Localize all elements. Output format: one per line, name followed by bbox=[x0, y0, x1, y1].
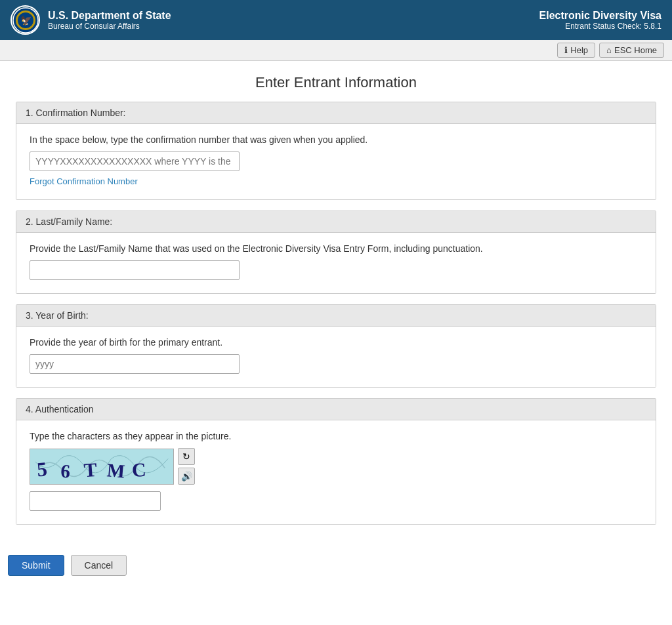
site-header: 🦅 U.S. Department of State Bureau of Con… bbox=[0, 0, 672, 40]
svg-text:5: 5 bbox=[36, 458, 48, 481]
year-of-birth-input[interactable] bbox=[30, 354, 240, 374]
captcha-image: 5 6 T M C bbox=[30, 449, 174, 485]
last-name-input[interactable] bbox=[30, 260, 240, 280]
section-authentication: 4. Authentication Type the characters as… bbox=[16, 398, 656, 525]
section-confirmation: 1. Confirmation Number: In the space bel… bbox=[16, 102, 656, 200]
program-info: Electronic Diversity Visa Entrant Status… bbox=[539, 10, 662, 31]
svg-rect-4 bbox=[32, 449, 171, 484]
section-year-of-birth: 3. Year of Birth: Provide the year of bi… bbox=[16, 304, 656, 388]
section-confirmation-body: In the space below, type the confirmatio… bbox=[16, 124, 656, 199]
svg-text:🦅: 🦅 bbox=[20, 15, 32, 26]
help-icon: ℹ bbox=[564, 45, 568, 55]
nav-bar: ℹ Help ⌂ ESC Home bbox=[0, 40, 672, 61]
section-year-of-birth-header: 3. Year of Birth: bbox=[16, 305, 656, 327]
section-last-name: 2. Last/Family Name: Provide the Last/Fa… bbox=[16, 211, 656, 294]
svg-text:T: T bbox=[83, 458, 98, 480]
svg-text:M: M bbox=[106, 459, 126, 481]
svg-text:6: 6 bbox=[60, 460, 71, 481]
home-label: ESC Home bbox=[614, 45, 657, 55]
svg-text:C: C bbox=[131, 458, 146, 480]
confirmation-desc: In the space below, type the confirmatio… bbox=[30, 134, 642, 145]
section-confirmation-header: 1. Confirmation Number: bbox=[16, 102, 656, 124]
version-info: Entrant Status Check: 5.8.1 bbox=[539, 22, 662, 31]
captcha-refresh-button[interactable]: ↻ bbox=[178, 448, 195, 465]
page-title: Enter Entrant Information bbox=[0, 61, 672, 102]
bureau-name: Bureau of Consular Affairs bbox=[48, 22, 171, 31]
section-authentication-header: 4. Authentication bbox=[16, 399, 656, 420]
authentication-desc: Type the characters as they appear in th… bbox=[30, 431, 642, 441]
header-left: 🦅 U.S. Department of State Bureau of Con… bbox=[10, 5, 171, 35]
agency-info: U.S. Department of State Bureau of Consu… bbox=[48, 10, 171, 31]
captcha-controls: ↻ 🔊 bbox=[178, 448, 195, 485]
program-title: Electronic Diversity Visa bbox=[539, 10, 662, 22]
agency-seal: 🦅 bbox=[10, 5, 40, 35]
confirmation-number-input[interactable] bbox=[30, 151, 240, 171]
section-year-of-birth-body: Provide the year of birth for the primar… bbox=[16, 327, 656, 387]
audio-icon: 🔊 bbox=[181, 471, 192, 481]
help-label: Help bbox=[570, 45, 588, 55]
home-icon: ⌂ bbox=[606, 45, 612, 55]
captcha-row: 5 6 T M C ↻ 🔊 bbox=[30, 448, 642, 485]
submit-button[interactable]: Submit bbox=[8, 555, 64, 576]
cancel-button[interactable]: Cancel bbox=[71, 555, 127, 576]
section-last-name-header: 2. Last/Family Name: bbox=[16, 211, 656, 233]
last-name-desc: Provide the Last/Family Name that was us… bbox=[30, 243, 642, 254]
captcha-input[interactable] bbox=[30, 491, 161, 511]
home-button[interactable]: ⌂ ESC Home bbox=[599, 43, 664, 58]
refresh-icon: ↻ bbox=[182, 451, 190, 462]
agency-name: U.S. Department of State bbox=[48, 10, 171, 22]
section-authentication-body: Type the characters as they appear in th… bbox=[16, 420, 656, 524]
form-actions: Submit Cancel bbox=[0, 548, 672, 589]
main-content: 1. Confirmation Number: In the space bel… bbox=[8, 102, 664, 548]
help-button[interactable]: ℹ Help bbox=[557, 43, 595, 58]
forgot-confirmation-link[interactable]: Forgot Confirmation Number bbox=[30, 176, 138, 186]
year-of-birth-desc: Provide the year of birth for the primar… bbox=[30, 337, 642, 348]
captcha-audio-button[interactable]: 🔊 bbox=[178, 468, 195, 485]
section-last-name-body: Provide the Last/Family Name that was us… bbox=[16, 233, 656, 293]
